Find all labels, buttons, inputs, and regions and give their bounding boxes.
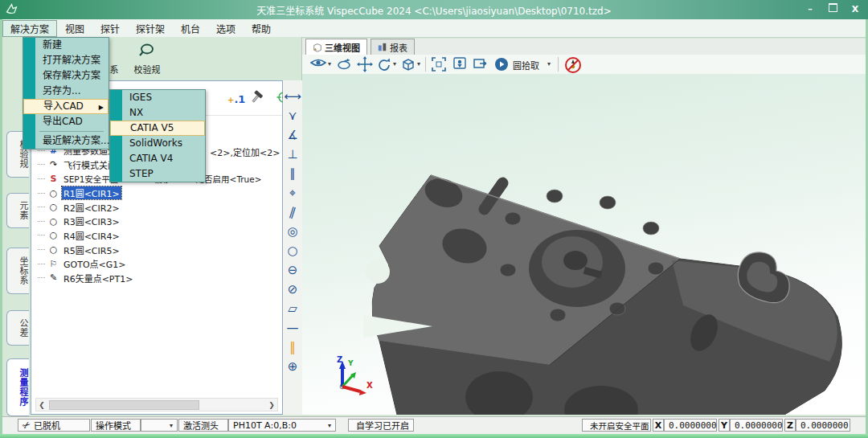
symmetry-icon[interactable]: ⊖ (283, 262, 302, 278)
submenu-item-catia-v5[interactable]: CATIA V5 (110, 121, 205, 136)
pick-dropdown-caret[interactable]: ▾ (547, 60, 551, 68)
straightness-icon[interactable]: — (283, 320, 302, 336)
tree-connector (38, 207, 45, 207)
window-arrow-icon (473, 56, 489, 72)
scroll-left-arrow[interactable]: ❮ (36, 401, 47, 409)
toolbar-separator (558, 57, 559, 72)
menu-solution[interactable]: 解决方案 (2, 20, 57, 37)
z-coordinate-value: 0.0000000 (796, 419, 850, 432)
angle-between-icon[interactable]: ⋎ (283, 108, 302, 124)
fit-view-button[interactable] (431, 56, 447, 72)
close-button[interactable]: X (845, 3, 866, 16)
menu-probe[interactable]: 探针 (92, 20, 128, 37)
menu-probe-rack[interactable]: 探针架 (128, 20, 173, 37)
decimal-places-button[interactable]: +.1 (227, 91, 245, 106)
tab-elements[interactable]: 元素 (6, 193, 29, 228)
menu-item-new[interactable]: 新建 (23, 38, 108, 53)
true-position-icon[interactable]: ⊕ (283, 358, 302, 375)
tab-report[interactable]: 报表 (371, 39, 415, 55)
goto-flag-icon: ⚐ (47, 259, 59, 269)
distance-icon[interactable]: ⟷ (283, 88, 302, 104)
scroll-right-arrow[interactable]: ❯ (266, 401, 277, 409)
tree-row[interactable]: ⚐GOTO点<G1> (35, 256, 280, 271)
menu-item-open-solution[interactable]: 打开解决方案 (23, 53, 108, 68)
orbit-button[interactable] (336, 56, 352, 72)
menu-item-save-solution[interactable]: 保存解决方案 (23, 68, 108, 84)
tree-connector (38, 277, 45, 278)
status-bar: ✂ 已脱机 操作模式 ▾ 激活测头 PH10T A:0,B:0 ▾ 自学习已开启… (2, 416, 866, 435)
flatness-icon[interactable]: ▱ (283, 301, 302, 317)
menu-item-import-cad[interactable]: 导入CAD ▶ (23, 99, 108, 114)
hammer-tool-button[interactable] (250, 89, 266, 108)
disconnected-icon: ✂ (20, 418, 33, 432)
pan-button[interactable] (357, 56, 373, 72)
cube-dropdown-caret[interactable]: ▾ (417, 60, 420, 68)
hammer-icon (250, 89, 266, 105)
tree-row[interactable]: ○R3圆<CIR3> (35, 215, 280, 229)
tab-3d-view[interactable]: 三维视图 (305, 39, 367, 55)
calibration-gauge-button[interactable]: 校验规 (125, 42, 170, 77)
rotate-view-button[interactable] (376, 56, 392, 72)
tab-measure-program[interactable]: 测量程序 (6, 358, 29, 416)
locate-button[interactable] (452, 56, 468, 72)
window-select-button[interactable] (473, 56, 489, 72)
tree-connector (38, 221, 45, 222)
tree-connector (38, 249, 45, 250)
menu-options[interactable]: 选项 (208, 20, 244, 37)
vector-point-icon: ✎ (47, 272, 59, 283)
fit-icon (431, 56, 447, 72)
offline-status: ✂ 已脱机 (18, 419, 90, 432)
decimal-icon: .1 (234, 93, 245, 105)
cube-icon (400, 56, 416, 72)
scrollbar-thumb[interactable] (49, 400, 199, 410)
submenu-item-catia-v4[interactable]: CATIA V4 (110, 151, 205, 166)
play-pick-button[interactable] (493, 56, 510, 72)
tree-row[interactable]: ○R4圆<CIR4> (35, 228, 280, 243)
menu-view[interactable]: 视图 (57, 20, 92, 37)
menu-help[interactable]: 帮助 (244, 20, 279, 37)
circularity-icon[interactable]: ○ (283, 243, 302, 259)
rotate-dropdown-caret[interactable]: ▾ (393, 60, 396, 68)
runout-icon[interactable]: ⊘ (283, 281, 302, 297)
angle-icon[interactable]: ∡ (283, 127, 302, 143)
view-visibility-button[interactable] (310, 56, 326, 72)
circle-feature-icon: ○ (47, 202, 59, 212)
tree-row-selected[interactable]: ○R1圆<CIR1> (35, 186, 280, 200)
submenu-item-iges[interactable]: IGES (110, 90, 205, 105)
pick-mode-label[interactable]: 圆拾取 (513, 59, 539, 72)
submenu-item-solidworks[interactable]: SolidWorks (110, 136, 205, 151)
active-probe-select[interactable]: PH10T A:0,B:0 ▾ (228, 419, 336, 432)
menu-item-recent-solutions[interactable]: 最近解决方案... (23, 133, 108, 149)
3d-viewport[interactable]: Z Y X (302, 74, 866, 415)
submenu-arrow-icon: ▶ (99, 100, 104, 114)
parallel-lines-icon[interactable]: ‖ (283, 339, 302, 355)
perpendicularity-icon[interactable]: ⊥ (283, 146, 302, 162)
tab-tolerance[interactable]: 公差 (6, 310, 29, 346)
tab-coordinate-systems[interactable]: 坐标系 (6, 248, 29, 294)
tree-row[interactable]: ○R5圆<CIR5> (35, 243, 280, 257)
parallelism-icon[interactable]: ∥ (283, 166, 302, 182)
concentricity-icon[interactable]: ◎ (283, 223, 302, 239)
eye-icon (310, 56, 326, 69)
operation-mode-select[interactable]: ▾ (141, 419, 178, 432)
safety-plane-status: 未开启安全平面 (582, 419, 651, 432)
submenu-item-step[interactable]: STEP (110, 166, 205, 182)
menu-item-export-cad[interactable]: 导出CAD (23, 114, 108, 129)
tree-row[interactable]: ○R2圆<CIR2> (35, 200, 280, 215)
eye-dropdown-caret[interactable]: ▾ (328, 60, 331, 68)
menu-machine[interactable]: 机台 (173, 20, 208, 37)
tree-row[interactable]: ✎R6矢量点<PT1> (35, 271, 280, 285)
menu-item-save-as[interactable]: 另存为... (23, 84, 108, 99)
tree-horizontal-scrollbar[interactable]: ❮ ❯ (35, 398, 278, 411)
magnifier-icon (125, 42, 170, 63)
view-cube-button[interactable] (400, 56, 416, 72)
minimize-button[interactable]: – (800, 3, 821, 16)
tree-connector (38, 150, 45, 151)
tree-connector (38, 193, 45, 194)
restore-button[interactable] (822, 3, 843, 16)
submenu-item-nx[interactable]: NX (110, 105, 205, 121)
window-left-border (0, 19, 2, 438)
position-icon[interactable]: ⌖ (283, 185, 302, 201)
probe-disabled-button[interactable] (564, 56, 580, 72)
angularity-icon[interactable]: ∥ (280, 202, 304, 223)
